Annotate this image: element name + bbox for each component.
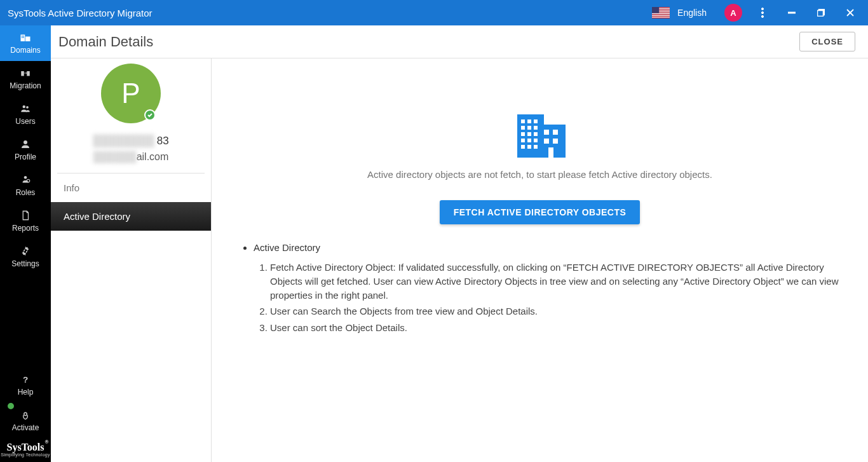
sidebar-item-domains[interactable]: Domains [0, 25, 51, 61]
sidebar-label: Migration [10, 81, 41, 90]
sidebar-label: Settings [11, 259, 39, 268]
empty-text: Active directory objects are not fetch, … [367, 169, 712, 180]
svg-rect-38 [534, 126, 538, 130]
svg-rect-37 [527, 126, 531, 130]
sidebar-item-settings[interactable]: Settings [0, 239, 51, 275]
tab-info[interactable]: Info [51, 173, 211, 202]
fetch-button[interactable]: FETCH ACTIVE DIRECTORY OBJECTS [440, 200, 641, 224]
domains-icon [20, 32, 31, 43]
info-section: Active Directory Fetch Active Directory … [237, 242, 843, 335]
svg-rect-47 [534, 145, 538, 149]
minimize-icon[interactable] [779, 0, 804, 25]
sidebar-label: Domains [10, 46, 40, 55]
info-step: Fetch Active Directory Object: If valida… [270, 261, 843, 302]
svg-rect-17 [25, 37, 31, 42]
sidebar: Domains Migration Users Profile Roles Re… [0, 25, 51, 462]
buildings-icon [513, 109, 567, 158]
verified-badge-icon [144, 109, 156, 121]
migration-icon [20, 67, 31, 79]
profile-line1: ████████83 [93, 135, 168, 147]
svg-rect-43 [527, 139, 531, 142]
right-pane: Active directory objects are not fetch, … [212, 58, 868, 462]
svg-point-10 [761, 15, 763, 17]
svg-rect-46 [527, 145, 531, 149]
page-title: Domain Details [58, 34, 799, 50]
svg-rect-49 [553, 130, 558, 135]
more-icon[interactable] [750, 0, 775, 25]
titlebar: SysTools Active Directory Migrator Engli… [0, 0, 868, 25]
svg-point-8 [761, 8, 763, 10]
svg-rect-16 [21, 35, 25, 42]
close-button[interactable]: CLOSE [799, 32, 855, 51]
sidebar-label: Reports [12, 224, 39, 233]
main: Domain Details CLOSE P ████████83 ██████… [51, 25, 868, 462]
sidebar-label: Help [18, 388, 34, 397]
svg-rect-34 [527, 119, 531, 123]
empty-state: Active directory objects are not fetch, … [237, 109, 843, 224]
svg-point-25 [26, 106, 29, 109]
svg-rect-52 [548, 147, 553, 158]
svg-rect-20 [22, 37, 23, 38]
users-icon [20, 103, 31, 114]
svg-rect-21 [23, 37, 24, 38]
svg-point-27 [24, 176, 27, 179]
brand-tagline: Simplifying Technology [1, 452, 50, 457]
svg-rect-39 [521, 132, 525, 136]
svg-rect-42 [521, 139, 525, 142]
brand-logo: SysTools® [7, 442, 44, 452]
brand-footer: SysTools® Simplifying Technology [0, 438, 51, 462]
sidebar-label: Users [15, 117, 35, 126]
activate-icon [20, 409, 31, 421]
svg-rect-11 [788, 12, 796, 13]
svg-rect-51 [553, 139, 558, 144]
help-icon: ? [20, 374, 31, 385]
language-label[interactable]: English [677, 8, 707, 18]
svg-text:?: ? [23, 375, 28, 384]
sidebar-item-help[interactable]: ? Help [0, 367, 51, 403]
svg-rect-41 [534, 132, 538, 136]
close-icon[interactable] [837, 0, 863, 25]
info-heading: Active Directory [254, 242, 843, 253]
svg-rect-18 [22, 36, 23, 37]
sidebar-item-activate[interactable]: Activate [0, 403, 51, 438]
info-step: User can Search the Objects from tree vi… [270, 304, 843, 318]
info-step: User can sort the Object Details. [270, 321, 843, 335]
sidebar-item-users[interactable]: Users [0, 97, 51, 132]
svg-point-24 [23, 105, 26, 109]
svg-rect-50 [544, 139, 549, 144]
roles-icon [20, 174, 31, 186]
profile-avatar: P [101, 64, 161, 123]
sidebar-item-roles[interactable]: Roles [0, 168, 51, 203]
sidebar-item-migration[interactable]: Migration [0, 61, 51, 97]
profile-line2: ██████ail.com [93, 151, 169, 163]
svg-rect-45 [521, 145, 525, 149]
flag-icon [652, 7, 670, 18]
svg-rect-13 [818, 11, 824, 17]
svg-rect-6 [652, 17, 670, 17]
svg-rect-19 [23, 36, 24, 37]
svg-rect-22 [21, 71, 24, 76]
svg-point-30 [24, 412, 27, 416]
svg-point-9 [761, 11, 763, 13]
titlebar-right: English A [652, 0, 863, 25]
svg-rect-5 [652, 15, 670, 15]
profile-initial: P [121, 78, 140, 109]
svg-rect-4 [652, 13, 670, 14]
svg-rect-23 [27, 71, 30, 76]
maximize-icon[interactable] [808, 0, 834, 25]
left-pane: P ████████83 ██████ail.com Info Active D… [51, 58, 212, 462]
sidebar-label: Profile [15, 153, 36, 161]
settings-icon [20, 245, 31, 257]
svg-rect-48 [544, 130, 549, 135]
svg-rect-40 [527, 132, 531, 136]
svg-rect-35 [534, 119, 538, 123]
profile-icon [20, 139, 31, 150]
tab-active-directory[interactable]: Active Directory [51, 202, 211, 231]
sidebar-label: Roles [16, 188, 36, 197]
sidebar-item-profile[interactable]: Profile [0, 132, 51, 168]
sidebar-item-reports[interactable]: Reports [0, 203, 51, 239]
user-avatar[interactable]: A [724, 4, 742, 22]
svg-rect-33 [521, 119, 525, 123]
reports-icon [20, 210, 31, 221]
svg-rect-7 [652, 7, 659, 13]
